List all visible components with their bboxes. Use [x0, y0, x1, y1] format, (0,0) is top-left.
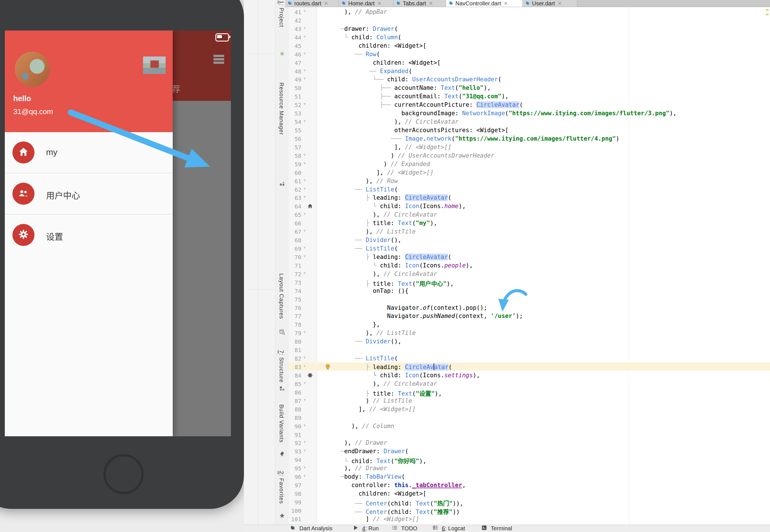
code-line-48[interactable]: 48▾ ── Expanded( [289, 67, 770, 76]
status-bar-item-todo[interactable]: TODO [392, 525, 417, 532]
code-line-77[interactable]: 77 Navigator.pushNamed(context, '/user')… [289, 312, 770, 320]
code-line-96[interactable]: 96▾─body: TabBarView( [289, 473, 770, 481]
code-line-80[interactable]: 80 ── Divider(), [289, 337, 770, 346]
close-tab-icon[interactable]: ✕ [429, 1, 433, 6]
fold-marker-icon[interactable]: ▾ [304, 161, 306, 166]
close-tab-icon[interactable]: ✕ [504, 1, 508, 6]
tool-window-button-7-structure[interactable]: 7: Structure [278, 350, 285, 383]
fold-marker-icon[interactable]: ▾ [304, 211, 306, 216]
fold-marker-icon[interactable]: ▾ [304, 118, 306, 123]
code-line-66[interactable]: 66 ├ title: Text("my"), [289, 219, 770, 228]
fold-marker-icon[interactable]: ▾ [304, 439, 306, 444]
code-line-47[interactable]: 47 children: <Widget>[ [289, 59, 770, 67]
fold-marker-icon[interactable]: ▾ [304, 194, 306, 199]
code-line-67[interactable]: 67▾ ), // ListTile [289, 228, 770, 236]
fold-marker-icon[interactable]: ▾ [304, 254, 306, 259]
code-line-76[interactable]: 76 Navigator.of(context).pop(); [289, 304, 770, 312]
status-bar-item-dart-analysis[interactable]: Dart Analysis [290, 525, 332, 532]
close-tab-icon[interactable]: ✕ [324, 1, 328, 6]
shapes-icon[interactable] [279, 181, 285, 186]
fold-marker-icon[interactable]: ▾ [304, 8, 306, 14]
code-line-46[interactable]: 46▾ ── Row( [289, 50, 770, 59]
android-icon[interactable] [279, 51, 285, 56]
tool-window-button-2-favorites[interactable]: 2: Favorites [278, 471, 285, 504]
code-line-98[interactable]: 98 children: <Widget>[ [289, 490, 770, 498]
code-line-59[interactable]: 59▾ ) // Expanded [289, 160, 770, 169]
code-line-72[interactable]: 72▾ ), // CircleAvatar [289, 270, 770, 278]
fold-marker-icon[interactable]: ▾ [304, 34, 306, 39]
fold-marker-icon[interactable]: ▾ [304, 465, 306, 470]
structure-icon[interactable] [279, 386, 285, 391]
code-line-54[interactable]: 54▾ ), // CircleAvatar [289, 118, 770, 126]
code-line-73[interactable]: 73 ├ title: Text("用户中心"), [289, 278, 770, 287]
code-line-65[interactable]: 65▾ ), // CircleAvatar [289, 211, 770, 219]
star-icon[interactable] [279, 513, 285, 518]
code-line-75[interactable]: 75 [289, 295, 770, 304]
fold-marker-icon[interactable]: ▾ [304, 271, 306, 276]
code-line-101[interactable]: 101 ] // <Widget>[] [289, 515, 770, 524]
code-line-62[interactable]: 62▾ ── ListTile( [289, 186, 770, 194]
tool-window-button-1-project[interactable]: 1: Project [278, 1, 285, 27]
code-line-55[interactable]: 55 otherAccountsPictures: <Widget>[ [289, 126, 770, 135]
code-line-58[interactable]: 58▾ ) // UserAccountsDrawerHeader [289, 152, 770, 160]
code-line-70[interactable]: 70▾ ├ leading: CircleAvatar( [289, 253, 770, 261]
code-line-81[interactable]: 81 [289, 346, 770, 354]
code-editor[interactable]: 41▾ ), // AppBar4243▾─drawer: Drawer(44▾… [289, 7, 770, 525]
fold-marker-icon[interactable]: ▾ [304, 186, 306, 191]
status-bar-item-6-logcat[interactable]: 6: Logcat [433, 525, 465, 532]
drawer-menu-item[interactable]: 用户中心 [5, 173, 173, 215]
editor-tab-navcontroller-dart[interactable]: NavController.dart✕ [446, 0, 523, 7]
fold-marker-icon[interactable]: ▾ [304, 25, 306, 30]
status-bar-item-4-run[interactable]: 4: Run [354, 525, 379, 532]
code-line-60[interactable]: 60 ], // <Widget>[] [289, 169, 770, 177]
code-line-63[interactable]: 63▾ ├ leading: CircleAvatar( [289, 194, 770, 202]
code-line-52[interactable]: 52▾ ├── currentAccountPicture: CircleAva… [289, 101, 770, 109]
code-line-64[interactable]: 64 └ child: Icon(Icons.home), [289, 202, 770, 211]
tool-window-button-resource-manager[interactable]: Resource Manager [278, 82, 285, 135]
code-line-100[interactable]: 100 ── Center(child: Text("推荐")) [289, 507, 770, 515]
tool-window-button-build-variants[interactable]: Build Variants [278, 404, 285, 443]
code-line-95[interactable]: 95▾ ), // Drawer [289, 464, 770, 473]
intention-lightbulb-icon[interactable] [326, 364, 330, 368]
code-line-99[interactable]: 99 ── Center(child: Text("热门")), [289, 498, 770, 507]
code-line-93[interactable]: 93▾─endDrawer: Drawer( [289, 447, 770, 456]
code-line-71[interactable]: 71 └ child: Icon(Icons.people), [289, 261, 770, 270]
fold-marker-icon[interactable]: ▾ [304, 423, 306, 428]
code-line-43[interactable]: 43▾─drawer: Drawer( [289, 25, 770, 33]
code-line-44[interactable]: 44▾ └ child: Column( [289, 33, 770, 42]
fold-marker-icon[interactable]: ▾ [304, 76, 306, 81]
avatar[interactable] [15, 52, 50, 87]
code-line-90[interactable]: 90▾ ), // Column [289, 422, 770, 431]
hamburger-menu-icon[interactable] [214, 55, 224, 65]
editor-tab-home-dart[interactable]: Home.dart✕ [339, 0, 393, 7]
code-line-51[interactable]: 51 ├── accountEmail: Text("31@qq.com"), [289, 92, 770, 101]
iphone-home-button[interactable] [103, 454, 143, 494]
fold-marker-icon[interactable]: ▾ [304, 152, 306, 157]
close-tab-icon[interactable]: ✕ [377, 1, 381, 6]
code-line-61[interactable]: 61▾ ), // Row [289, 177, 770, 186]
editor-tab-user-dart[interactable]: User.dart✕ [523, 0, 577, 7]
code-line-94[interactable]: 94 └ child: Text("你好吗"), [289, 456, 770, 464]
code-line-89[interactable]: 89 [289, 414, 770, 422]
code-line-49[interactable]: 49▾ └── child: UserAccountsDrawerHeader( [289, 75, 770, 84]
fold-marker-icon[interactable]: ▾ [304, 178, 306, 183]
code-line-53[interactable]: 53 backgroundImage: NetworkImage("https:… [289, 109, 770, 118]
fold-marker-icon[interactable]: ▾ [304, 363, 306, 369]
code-line-84[interactable]: 84 └ child: Icon(Icons.settings), [289, 371, 770, 380]
code-line-97[interactable]: 97 controller: this._tabController, [289, 481, 770, 490]
drawer-menu-item[interactable]: my [5, 132, 173, 173]
fold-marker-icon[interactable]: ▾ [304, 101, 306, 106]
build-icon[interactable] [279, 451, 285, 456]
fold-marker-icon[interactable]: ▾ [304, 355, 306, 360]
status-bar-item-terminal[interactable]: Terminal [482, 525, 512, 532]
code-line-88[interactable]: 88 ], // <Widget>[] [289, 405, 770, 414]
code-line-56[interactable]: 56 ─── Image.network("https://www.itying… [289, 135, 770, 143]
code-line-83[interactable]: 83▾ ├ leading: CircleAvatar( [289, 363, 770, 371]
fold-marker-icon[interactable]: ▾ [304, 51, 306, 56]
tool-window-button-layout-captures[interactable]: Layout Captures [278, 273, 285, 319]
code-line-42[interactable]: 42 [289, 16, 770, 25]
fold-marker-icon[interactable]: ▾ [304, 245, 306, 250]
code-line-91[interactable]: 91 [289, 431, 770, 439]
code-line-41[interactable]: 41▾ ), // AppBar [289, 8, 770, 16]
code-line-78[interactable]: 78 }, [289, 320, 770, 329]
